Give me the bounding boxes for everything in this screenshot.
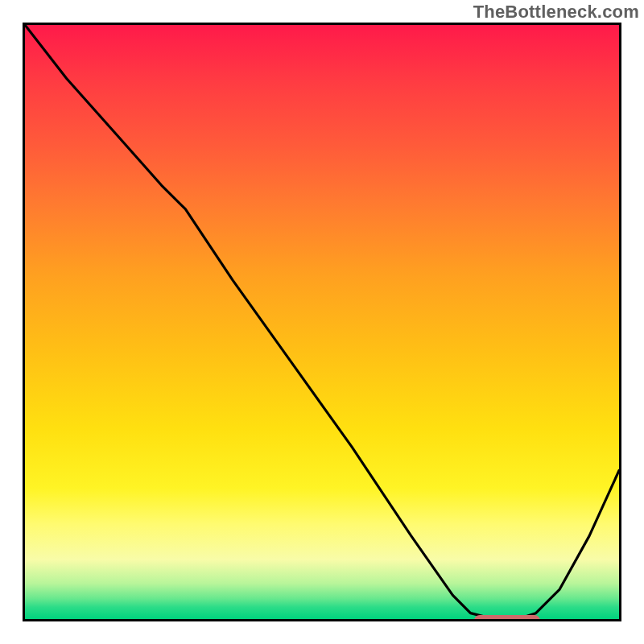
attribution-text: TheBottleneck.com <box>473 2 639 23</box>
bottleneck-curve <box>25 25 619 619</box>
chart-container: TheBottleneck.com <box>0 0 644 644</box>
plot-area <box>23 23 621 621</box>
optimal-range-marker <box>474 615 540 621</box>
